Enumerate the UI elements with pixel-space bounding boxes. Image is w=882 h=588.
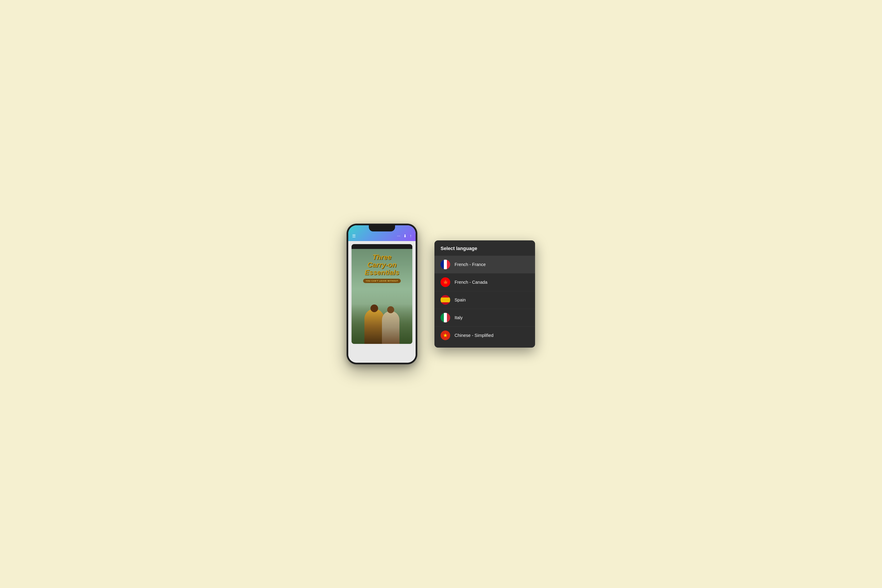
- flag-spain: [441, 295, 450, 305]
- language-name-italy: Italy: [454, 315, 463, 320]
- language-item-spain[interactable]: Spain: [434, 291, 535, 309]
- share-icon[interactable]: ↑: [410, 234, 412, 238]
- flag-canada: 🍁: [441, 278, 450, 287]
- download-icon[interactable]: ⬇: [404, 234, 406, 238]
- card-image: Three Carry-on Essentials YOU CAN'T LEAV…: [351, 244, 412, 344]
- phone-notch: [369, 225, 395, 231]
- card-top-bar: [351, 244, 412, 249]
- flag-france: [441, 260, 450, 269]
- language-name-french-france: French - France: [454, 262, 486, 267]
- flag-canada-inner: 🍁: [441, 278, 450, 287]
- dropdown-title: Select language: [434, 246, 535, 256]
- language-name-chinese-simplified: Chinese - Simplified: [454, 333, 494, 338]
- flag-italy: [441, 313, 450, 322]
- header-icons-right: ··· ⬇ ↑: [397, 234, 412, 238]
- scene: ☰ ··· ⬇ ↑ Three Carry-on: [310, 224, 572, 364]
- language-item-italy[interactable]: Italy: [434, 309, 535, 326]
- phone-screen: ☰ ··· ⬇ ↑ Three Carry-on: [348, 225, 416, 363]
- flag-china: ★: [441, 330, 450, 340]
- language-item-chinese-simplified[interactable]: ★ Chinese - Simplified: [434, 326, 535, 344]
- person-right: [382, 311, 399, 344]
- language-item-french-france[interactable]: French - France: [434, 256, 535, 273]
- people-area: [351, 289, 412, 344]
- flag-spain-stripes: [441, 295, 450, 305]
- phone-device: ☰ ··· ⬇ ↑ Three Carry-on: [347, 224, 417, 364]
- language-dropdown: Select language French - France 🍁 French…: [434, 240, 535, 348]
- phone-content: Three Carry-on Essentials YOU CAN'T LEAV…: [348, 241, 416, 363]
- language-name-spain: Spain: [454, 297, 466, 303]
- language-name-french-canada: French - Canada: [454, 280, 488, 285]
- card-title: Three Carry-on Essentials: [355, 254, 409, 276]
- flag-italy-stripes: [441, 313, 450, 322]
- language-item-french-canada[interactable]: 🍁 French - Canada: [434, 273, 535, 291]
- card-subtitle: YOU CAN'T LEAVE WITHOUT: [363, 279, 401, 283]
- china-star-icon: ★: [443, 333, 448, 338]
- card-title-area: Three Carry-on Essentials YOU CAN'T LEAV…: [351, 249, 412, 283]
- phone-container: ☰ ··· ⬇ ↑ Three Carry-on: [347, 224, 417, 364]
- person-left: [364, 309, 384, 344]
- more-icon[interactable]: ···: [397, 234, 400, 238]
- menu-icon[interactable]: ☰: [352, 234, 356, 238]
- flag-france-stripes: [441, 260, 450, 269]
